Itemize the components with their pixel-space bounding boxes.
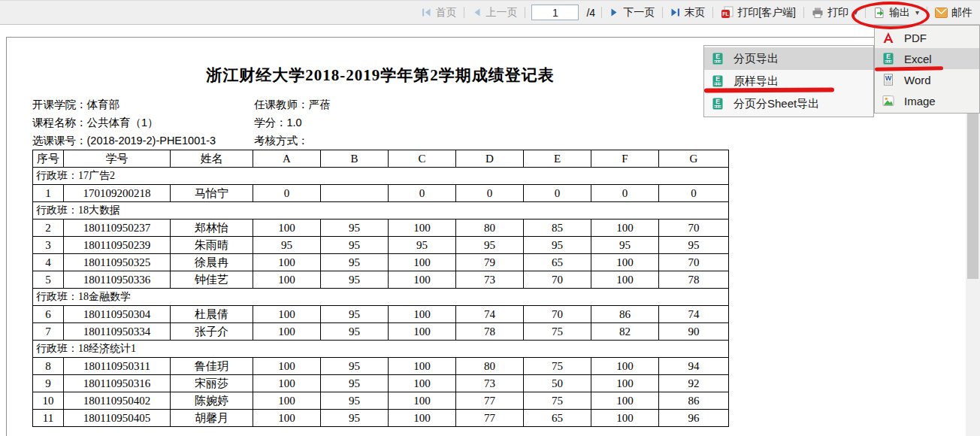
excel-export-submenu: E分页导出E原样导出E分页分Sheet导出 [703, 45, 874, 117]
cell-score: 74 [659, 306, 729, 323]
first-page-button[interactable]: 首页 [420, 6, 458, 20]
export-menu-item-image[interactable]: Image [875, 90, 979, 111]
course-credit: 学分：1.0 [254, 114, 302, 132]
cell-score: 85 [524, 220, 591, 237]
mail-button[interactable]: 邮件 [933, 6, 974, 20]
cell-score: 95 [659, 237, 729, 254]
class-group-label: 行政班：18大数据 [33, 202, 729, 220]
cell-score: 75 [524, 323, 591, 341]
cell-score: 96 [659, 410, 729, 427]
export-menu-item-pdf[interactable]: PDF [875, 27, 979, 48]
student-row: 10180110950402陈婉婷10095100777510086 [33, 392, 729, 410]
cell-seq: 7 [33, 323, 64, 341]
cell-student-name: 郑林怡 [171, 220, 253, 237]
cell-student-name: 徐晨冉 [171, 254, 253, 271]
mail-label: 邮件 [951, 6, 972, 20]
course-college: 开课学院：体育部 [32, 98, 119, 111]
cell-score: 65 [524, 410, 591, 427]
cell-score: 70 [524, 271, 591, 289]
cell-score: 100 [253, 254, 321, 271]
cell-student-id: 170109200218 [64, 185, 171, 202]
export-menu-item-label: Word [904, 74, 931, 86]
column-header: G [659, 150, 729, 168]
cell-score: 95 [321, 271, 389, 289]
cell-score: 95 [321, 358, 389, 375]
print-label: 打印 [827, 6, 848, 20]
export-menu-item-label: Excel [904, 53, 932, 65]
cell-student-name: 陈婉婷 [171, 392, 253, 410]
cell-score: 95 [524, 237, 591, 254]
cell-score: 70 [524, 306, 591, 323]
image-file-icon [882, 95, 894, 107]
student-row: 1170109200218马怡宁000000 [33, 185, 729, 202]
cell-score: 100 [253, 323, 321, 341]
cell-score: 100 [253, 358, 321, 375]
prev-page-button[interactable]: 上一页 [470, 6, 519, 20]
prev-page-icon [472, 8, 482, 17]
cell-score: 86 [591, 306, 659, 323]
cell-student-name: 胡馨月 [171, 410, 253, 427]
cell-student-name: 马怡宁 [171, 185, 253, 202]
first-page-label: 首页 [435, 6, 456, 20]
last-page-button[interactable]: 末页 [669, 6, 706, 20]
export-button[interactable]: 输出 ▾ [872, 6, 921, 20]
cell-score: 0 [659, 185, 729, 202]
print-button[interactable]: 打印 ▾ [810, 6, 859, 20]
excel-submenu-item-label: 分页导出 [733, 52, 779, 66]
course-info: 开课学院：体育部 任课教师：严蓓 课程名称：公共体育（1） 学分：1.0 选课课… [32, 95, 728, 150]
cell-student-name: 鲁佳玥 [171, 358, 253, 375]
student-row: 9180110950316宋丽莎10095100735010092 [33, 375, 729, 392]
cell-score: 100 [591, 410, 659, 427]
cell-seq: 4 [33, 254, 64, 271]
cell-score: 100 [389, 375, 456, 392]
svg-text:E: E [715, 98, 720, 105]
cell-score: 100 [389, 220, 456, 237]
cell-score: 95 [321, 254, 389, 271]
excel-file-icon: E [712, 75, 724, 87]
student-row: 3180110950239朱雨晴95959595959595 [33, 237, 729, 254]
next-page-icon [609, 8, 619, 17]
svg-text:E: E [715, 53, 720, 60]
separator [865, 7, 866, 18]
cell-score: 100 [389, 392, 456, 410]
cell-score: 80 [456, 358, 524, 375]
cell-score: 95 [321, 220, 389, 237]
next-page-button[interactable]: 下一页 [608, 6, 656, 20]
print-client-button[interactable]: FL 打印[客户端] [719, 6, 797, 20]
excel-submenu-item-paged-export[interactable]: E分页导出 [704, 47, 873, 70]
separator [927, 7, 927, 18]
separator [464, 7, 464, 18]
pdf-file-icon [882, 32, 894, 44]
mail-icon [935, 8, 948, 18]
export-menu-item-excel[interactable]: EExcel [875, 48, 979, 69]
excel-submenu-item-original-export[interactable]: E原样导出 [704, 70, 873, 92]
cell-score: 100 [253, 392, 321, 410]
excel-submenu-item-label: 分页分Sheet导出 [733, 97, 819, 111]
cell-student-name: 张子介 [171, 323, 253, 341]
cell-score: 100 [389, 323, 456, 341]
cell-score: 0 [524, 185, 591, 202]
cell-score: 100 [389, 271, 456, 289]
excel-submenu-item-paged-sheet-export[interactable]: E分页分Sheet导出 [704, 92, 873, 115]
page-total-label: /4 [586, 7, 595, 19]
cell-student-id: 180110950304 [64, 306, 171, 323]
cell-score: 95 [321, 375, 389, 392]
export-menu-item-label: Image [904, 95, 936, 107]
cell-score: 70 [659, 220, 729, 237]
column-header: 序号 [33, 150, 64, 168]
cell-score: 100 [389, 410, 456, 427]
class-group-row: 行政班：18大数据 [33, 202, 729, 220]
column-header: F [591, 150, 659, 168]
cell-seq: 10 [33, 392, 64, 410]
cell-student-id: 180110950402 [64, 392, 171, 410]
dropdown-caret-icon: ▾ [915, 8, 919, 17]
page-number-input[interactable] [531, 5, 579, 20]
course-name: 课程名称：公共体育（1） [32, 117, 159, 129]
cell-score: 78 [456, 323, 524, 341]
student-row: 7180110950334张子介1009510078758290 [33, 323, 729, 341]
cell-score: 95 [321, 392, 389, 410]
cell-student-id: 180110950311 [64, 358, 171, 375]
cell-score: 100 [591, 254, 659, 271]
export-menu-item-word[interactable]: WWord [875, 69, 979, 90]
column-header: 学号 [64, 150, 171, 168]
